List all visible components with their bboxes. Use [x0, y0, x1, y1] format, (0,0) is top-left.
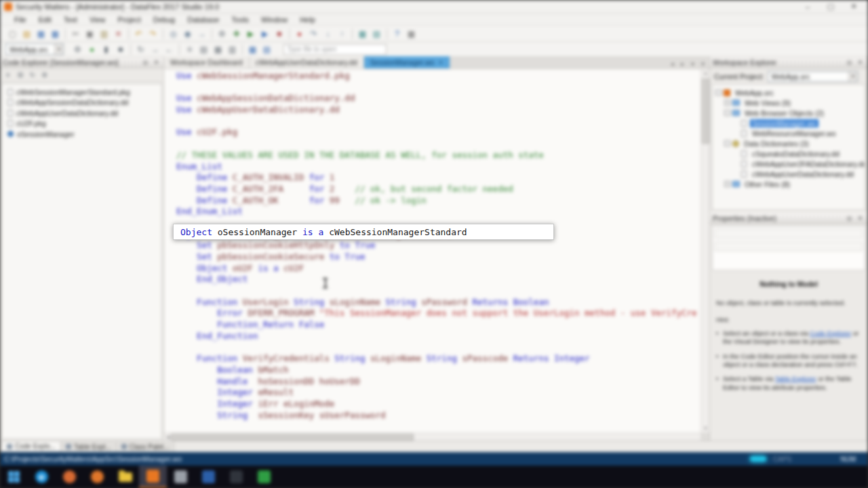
- open-file-input[interactable]: [283, 44, 387, 55]
- cut-button[interactable]: ✂: [68, 28, 83, 40]
- expand-icon[interactable]: +: [724, 181, 730, 187]
- tree-item-webapp-src[interactable]: −WebApp.src: [713, 87, 865, 98]
- list-item[interactable]: oSessionManager: [2, 129, 161, 140]
- close-button[interactable]: ✕: [842, 1, 865, 13]
- chevron-down-icon[interactable]: ▾: [54, 44, 63, 54]
- help-button[interactable]: ?: [390, 28, 404, 40]
- compile-button[interactable]: ⚙: [215, 28, 229, 40]
- edge-icon[interactable]: e: [28, 466, 56, 488]
- find-button[interactable]: ◎: [166, 28, 180, 40]
- copy-button[interactable]: ▣: [83, 28, 97, 40]
- step-back-button[interactable]: ←: [162, 43, 176, 56]
- panel-tab-code-explo[interactable]: Code Explo...: [1, 442, 61, 452]
- windows-list-button[interactable]: ▦: [404, 28, 418, 40]
- app-dark-icon[interactable]: [222, 466, 250, 488]
- stop-button[interactable]: ■: [272, 28, 286, 40]
- project-selector[interactable]: WebApp.src ▾: [5, 43, 64, 55]
- property-row[interactable]: [715, 228, 863, 239]
- editor-horizontal-scrollbar[interactable]: ◂ ▸: [164, 432, 701, 441]
- remote-desktop-icon[interactable]: [167, 466, 195, 488]
- delete-button[interactable]: ✕: [111, 28, 125, 40]
- table-button[interactable]: ▦: [245, 43, 260, 56]
- build-button[interactable]: ✚: [229, 28, 243, 40]
- tree-item-cwebappuser2fadatadictionary-dd[interactable]: cWebAppUser2FADataDictionary.dd: [713, 159, 865, 169]
- columns-button[interactable]: ▥: [225, 43, 239, 56]
- tree-item-web-browser-objects-2[interactable]: −Web Browser Objects (2): [713, 108, 865, 118]
- list-item[interactable]: cWebAppUserDataDictionary.dd: [2, 108, 161, 119]
- run-button[interactable]: ▶: [243, 28, 258, 40]
- tab-cwebappuserdatadictionary-dd[interactable]: cWebAppUserDataDictionary.dd: [250, 56, 364, 68]
- view-code-button[interactable]: ≡: [182, 43, 197, 56]
- database-explorer-button[interactable]: ▦: [355, 28, 370, 40]
- start-button[interactable]: [0, 466, 28, 488]
- save-all-button[interactable]: ▩: [48, 28, 62, 40]
- scroll-tabs-left-icon[interactable]: ◂: [668, 60, 677, 68]
- goto-button[interactable]: →: [195, 28, 209, 40]
- horizontal-scrollbar-thumb[interactable]: [171, 434, 414, 441]
- breakpoint-button[interactable]: ●: [292, 28, 307, 40]
- list-item[interactable]: cU2F.pkg: [2, 119, 161, 129]
- hint-link[interactable]: Table Explorer: [775, 375, 816, 382]
- debug-button[interactable]: ▶: [258, 28, 272, 40]
- pin-icon[interactable]: ◎: [845, 214, 854, 223]
- stop-debug-button[interactable]: ■: [113, 43, 127, 56]
- current-project-selector[interactable]: WebApp.src ▾: [768, 71, 858, 82]
- app-blue-icon[interactable]: [195, 466, 222, 488]
- tree-item-data-dictionaries-3[interactable]: −Data Dictionaries (3): [713, 138, 865, 148]
- tab-list-icon[interactable]: ▾: [688, 60, 697, 68]
- tree-item-web-views-9[interactable]: +Web Views (9): [713, 98, 865, 108]
- minimize-button[interactable]: –: [796, 1, 819, 13]
- sort-icon[interactable]: ≡: [2, 70, 14, 81]
- panel-tab-class-palet[interactable]: Class Palet...: [117, 442, 175, 452]
- tree-item-sessionmanager-wo[interactable]: SessionManager.wo: [713, 118, 865, 128]
- list-item[interactable]: cWebSessionManagerStandard.pkg: [2, 87, 161, 98]
- menu-item-tools[interactable]: Tools: [225, 14, 255, 25]
- view-designer-button[interactable]: ▤: [197, 43, 211, 56]
- close-panel-icon[interactable]: ✕: [856, 214, 865, 223]
- maximize-button[interactable]: ▢: [819, 1, 842, 13]
- step-over-button[interactable]: ↷: [307, 28, 321, 40]
- refresh-button[interactable]: ↻: [134, 43, 148, 56]
- hint-link[interactable]: Code Explorer: [810, 329, 851, 337]
- editor-vertical-scrollbar[interactable]: ▴ ▾: [701, 69, 709, 432]
- close-document-icon[interactable]: ✕: [698, 60, 707, 68]
- close-panel-icon[interactable]: ✕: [856, 58, 865, 67]
- step-out-button[interactable]: ↑: [335, 28, 349, 40]
- refresh-icon[interactable]: ↻: [26, 70, 39, 81]
- replace-button[interactable]: ◉: [180, 28, 195, 40]
- menu-item-window[interactable]: Window: [255, 14, 294, 25]
- property-row[interactable]: [715, 241, 863, 251]
- tree-item-webresourcemanager-wo[interactable]: WebResourceManager.wo: [713, 128, 865, 138]
- collapse-icon[interactable]: −: [724, 140, 730, 146]
- step-into-button[interactable]: ↓: [321, 28, 335, 40]
- tab-workspace-dashboard[interactable]: Workspace Dashboard: [164, 56, 250, 68]
- expand-icon[interactable]: +: [724, 100, 730, 106]
- menu-item-file[interactable]: File: [8, 14, 33, 25]
- pin-icon[interactable]: ◎: [141, 58, 150, 67]
- chevron-down-icon[interactable]: ▾: [848, 72, 857, 81]
- menu-item-database[interactable]: Database: [181, 14, 225, 25]
- tree-item-cwebappuserdatadictionary-dd[interactable]: cWebAppUserDataDictionary.dd: [713, 169, 865, 179]
- focused-code-line[interactable]: Object oSessionManager is a cWebSessionM…: [173, 224, 554, 240]
- dataflex-icon[interactable]: [139, 466, 167, 488]
- pause-button[interactable]: ▮: [99, 43, 113, 56]
- new-file-button[interactable]: ▢: [5, 28, 20, 40]
- panel-tab-table-expl[interactable]: Table Expl...: [61, 442, 116, 452]
- file-explorer-icon[interactable]: [111, 466, 139, 488]
- redo-button[interactable]: ↷: [146, 28, 160, 40]
- tree-item-csqueaksdatadictionary-dd[interactable]: cSqueaksDataDictionary.dd: [713, 148, 865, 159]
- scroll-tabs-right-icon[interactable]: ▸: [678, 60, 687, 68]
- paste-button[interactable]: ▥: [97, 28, 111, 40]
- list-item[interactable]: cWebAppSessionDataDictionary.dd: [2, 98, 161, 108]
- undo-button[interactable]: ↶: [132, 28, 146, 40]
- table-viewer-button[interactable]: ▤: [370, 28, 384, 40]
- menu-item-debug[interactable]: Debug: [147, 14, 181, 25]
- pin-icon[interactable]: ◎: [845, 58, 854, 67]
- vertical-scrollbar-thumb[interactable]: [702, 79, 709, 144]
- menu-item-view[interactable]: View: [83, 14, 112, 25]
- close-tab-icon[interactable]: ✕: [438, 59, 443, 66]
- menu-item-project[interactable]: Project: [112, 14, 147, 25]
- open-file-button[interactable]: ▤: [20, 28, 34, 40]
- app-green-icon[interactable]: [250, 466, 278, 488]
- code-editor[interactable]: Use cWebSessionManagerStandard.pkgUse cW…: [164, 69, 701, 432]
